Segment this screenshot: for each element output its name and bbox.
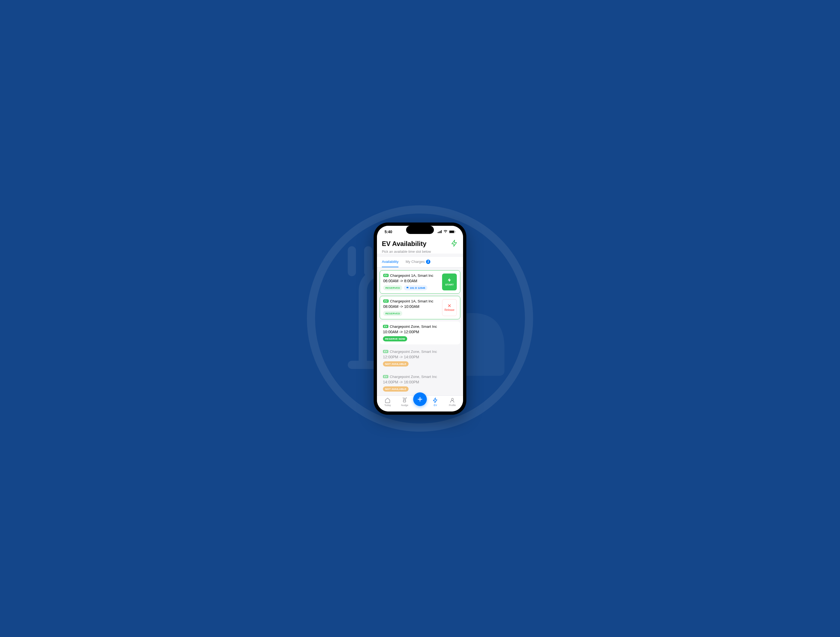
tab-my-charges-label: My Charges: [406, 259, 425, 264]
page-subtitle: Pick an available time slot below: [382, 250, 458, 254]
svg-rect-2: [439, 231, 440, 233]
ev-badge: EV: [383, 325, 388, 328]
phone-notch: [406, 226, 434, 234]
slot-card: EV Chargepoint Zone, Smart Inc 14:00PM -…: [380, 371, 460, 395]
nav-ev[interactable]: EV: [427, 397, 444, 406]
slot-name: Chargepoint 1A, Smart Inc: [390, 299, 433, 303]
bottom-nav: Today Nudge EV Profile: [377, 395, 463, 411]
tab-availability[interactable]: Availability: [382, 257, 398, 267]
close-icon: [447, 303, 452, 308]
tab-my-charges[interactable]: My Charges 2: [406, 257, 430, 267]
slot-time: 12:00PM -> 14:00PM: [383, 355, 457, 359]
status-icons: [438, 230, 455, 234]
reserve-now-button[interactable]: RESERVE NOW: [383, 336, 407, 341]
slots-list: EV Chargepoint 1A, Smart Inc 06:00AM -> …: [377, 267, 463, 395]
wifi-icon: [444, 230, 447, 233]
svg-rect-7: [455, 231, 455, 232]
start-button[interactable]: START: [442, 273, 457, 291]
ev-badge: EV: [383, 350, 388, 353]
slot-card: EV Chargepoint Zone, Smart Inc 12:00PM -…: [380, 346, 460, 370]
slot-time: 06:00AM -> 8:00AM: [383, 279, 442, 283]
slot-time: 10:00AM -> 12:00PM: [383, 330, 457, 334]
lightning-icon: [432, 397, 438, 403]
my-charges-count-badge: 2: [426, 259, 430, 264]
release-button-label: Release: [445, 308, 455, 311]
profile-icon: [450, 397, 455, 403]
phone-screen: 5:40 EV Availability Pick an available t…: [377, 226, 463, 411]
phone-frame: 5:40 EV Availability Pick an available t…: [374, 223, 466, 415]
ev-badge: EV: [383, 299, 388, 303]
svg-rect-3: [440, 231, 441, 233]
nav-label: EV: [434, 404, 437, 406]
home-icon: [385, 397, 390, 403]
slot-time: 08:00AM -> 10:00AM: [383, 304, 442, 309]
signal-icon: [438, 230, 442, 233]
svg-point-8: [452, 398, 453, 400]
nav-label: Nudge: [401, 404, 408, 406]
ev-badge: EV: [383, 274, 388, 277]
slot-name: Chargepoint Zone, Smart Inc: [390, 324, 437, 329]
svg-rect-1: [438, 232, 439, 233]
svg-rect-4: [441, 230, 442, 233]
plus-icon: [417, 396, 423, 403]
battery-icon: [449, 230, 455, 234]
svg-rect-6: [450, 231, 454, 233]
tap-icon: [402, 397, 408, 403]
ev-badge: EV: [383, 375, 388, 378]
slot-card[interactable]: EV Chargepoint 1A, Smart Inc 06:00AM -> …: [380, 270, 460, 294]
tab-availability-label: Availability: [382, 259, 398, 264]
page-header: EV Availability Pick an available time s…: [377, 236, 463, 254]
slot-time: 14:00PM -> 16:00PM: [383, 380, 457, 384]
status-badge: NOT AVAILABLE: [383, 386, 409, 392]
nav-label: Profile: [449, 404, 456, 406]
lightning-icon: [450, 239, 458, 248]
lightning-icon: [447, 278, 452, 283]
tabs: Availability My Charges 2: [377, 257, 463, 267]
release-button[interactable]: Release: [442, 299, 457, 316]
status-badge: RESERVED: [383, 285, 402, 291]
start-button-label: START: [445, 283, 454, 286]
nav-nudge[interactable]: Nudge: [396, 397, 414, 406]
slot-name: Chargepoint 1A, Smart Inc: [390, 273, 433, 278]
status-badge: NOT AVAILABLE: [383, 361, 409, 367]
slot-card[interactable]: EV Chargepoint Zone, Smart Inc 10:00AM -…: [380, 321, 460, 345]
status-badge: RESERVED: [383, 311, 402, 316]
slot-card[interactable]: EV Chargepoint 1A, Smart Inc 08:00AM -> …: [380, 296, 460, 319]
nav-today[interactable]: Today: [379, 397, 396, 406]
page-title: EV Availability: [382, 240, 426, 248]
slot-name: Chargepoint Zone, Smart Inc: [390, 375, 437, 379]
vehicle-badge: 191 D 12345: [404, 285, 428, 291]
car-icon: [406, 286, 409, 289]
slot-name: Chargepoint Zone, Smart Inc: [390, 349, 437, 354]
nav-label: Today: [384, 404, 391, 406]
add-button[interactable]: [413, 392, 427, 406]
status-time: 5:40: [385, 229, 392, 234]
nav-profile[interactable]: Profile: [444, 397, 461, 406]
